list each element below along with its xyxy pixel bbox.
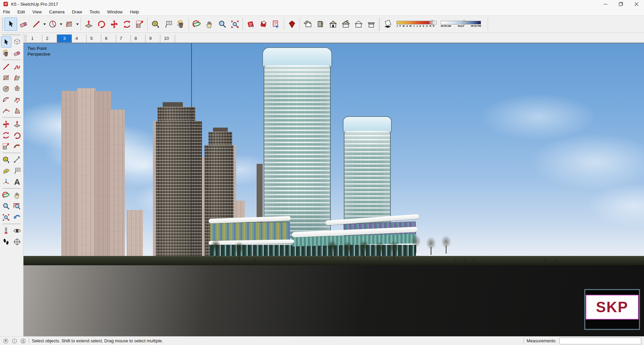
shadow-toggle-button[interactable] [382,17,394,31]
shadow-date-handle[interactable] [431,20,433,25]
share-model-button[interactable] [257,17,270,31]
menu-file[interactable]: File [3,9,10,14]
menu-draw[interactable]: Draw [72,9,82,14]
scene-tab-9[interactable]: 9 [146,34,160,43]
scene-tabs-grip[interactable] [24,34,27,42]
palette-protractor-button[interactable] [1,165,11,176]
palette-rotated-rectangle-button[interactable] [12,72,22,83]
minimize-button[interactable] [598,0,613,8]
menu-camera[interactable]: Camera [49,9,64,14]
palette-zoom-button[interactable] [1,201,11,212]
scene-tab-8[interactable]: 8 [131,34,146,43]
beige-tower-block-1[interactable] [61,91,79,256]
scene-tab-1[interactable]: 1 [28,34,42,43]
arc-tool-button[interactable] [46,17,59,31]
palette-polygon-button[interactable] [12,83,22,94]
person-figure[interactable] [455,259,456,262]
person-figure[interactable] [254,260,255,262]
send-to-layout-button[interactable] [270,17,282,31]
bare-tree[interactable] [441,235,451,254]
right-view-button[interactable] [339,17,352,31]
zoom-extents-tool-button[interactable] [228,17,241,31]
toolbar-grip[interactable] [2,17,4,31]
palette-arc-3pt-button[interactable] [1,105,11,116]
shadow-time-handle[interactable] [463,20,465,25]
palette-dimension-button[interactable] [12,154,22,165]
shadow-time-slider[interactable]: 06:55 AM Noon 05:00 PM [441,21,481,27]
measurements-input[interactable] [559,338,641,344]
select-tool-button[interactable] [4,17,17,31]
street-tree[interactable] [211,239,221,258]
palette-3d-text-button[interactable] [12,176,22,187]
person-figure[interactable] [225,260,226,262]
iso-view-button[interactable] [301,17,314,31]
palette-text-button[interactable]: A1 [12,165,22,176]
scene-tab-3[interactable]: 3 [57,34,72,43]
restore-button[interactable] [613,0,629,8]
credits-icon[interactable] [11,338,17,344]
skp-billboard[interactable]: SKP [584,289,640,330]
glass-tower-2-crown[interactable] [343,116,392,133]
rectangle-tool-button[interactable] [63,17,75,31]
residential-tower-1[interactable] [153,121,202,256]
foreground-road[interactable] [23,265,644,336]
paint-bucket-tool-button[interactable] [174,17,187,31]
scene-tab-2[interactable]: 2 [42,34,57,43]
street-tree[interactable] [359,240,369,258]
scene-tab-4[interactable]: 4 [72,34,87,43]
follow-me-tool-button[interactable] [95,17,108,31]
glass-tower-1-crown[interactable] [262,47,332,68]
signin-icon[interactable] [20,338,26,344]
arc-tool-dropdown[interactable] [59,17,63,31]
close-button[interactable] [629,0,644,8]
person-figure[interactable] [556,260,557,262]
scene-tab-6[interactable]: 6 [101,34,116,43]
move-tool-button[interactable] [108,17,120,31]
shadow-date-slider[interactable]: J F M A M J J A S O N D [396,21,437,27]
left-view-button[interactable] [365,17,378,31]
palette-section-plane-button[interactable] [12,236,22,247]
palette-arc-button[interactable] [12,94,22,105]
residential-tower-2-crown[interactable] [209,132,232,146]
shadow-date-bar[interactable] [396,21,437,24]
palette-rotate-button[interactable] [1,130,11,141]
shadow-toolbar-grip[interactable] [378,17,380,31]
menu-edit[interactable]: Edit [17,9,25,14]
palette-circle-button[interactable] [1,83,11,94]
extension-warehouse-button[interactable] [285,17,298,31]
scale-tool-button[interactable] [133,17,146,31]
palette-line-button[interactable] [1,61,11,72]
orbit-tool-button[interactable] [190,17,203,31]
eraser-tool-button[interactable] [17,17,30,31]
person-figure[interactable] [465,260,466,262]
scene-tab-10[interactable]: 10 [160,34,175,43]
pan-tool-button[interactable] [203,17,216,31]
palette-arc-2pt-button[interactable] [1,94,11,105]
palette-push-pull-button[interactable] [12,119,22,130]
palette-eraser-button[interactable] [12,48,22,59]
scene-tab-5[interactable]: 5 [87,34,101,43]
palette-tape-measure-button[interactable] [1,154,11,165]
menu-window[interactable]: Window [107,9,122,14]
palette-orbit-button[interactable] [1,190,11,201]
text-tool-button[interactable]: A1 [162,17,174,31]
front-view-button[interactable] [327,17,339,31]
geolocation-icon[interactable] [3,338,9,344]
street-tree[interactable] [327,240,337,258]
palette-axes-button[interactable] [1,176,11,187]
palette-freehand-button[interactable] [12,61,22,72]
palette-follow-me-button[interactable] [12,130,22,141]
menu-tools[interactable]: Tools [90,9,100,14]
rectangle-tool-dropdown[interactable] [75,17,79,31]
palette-rectangle-button[interactable] [1,72,11,83]
beige-low-block[interactable] [127,210,143,256]
palette-pie-button[interactable] [12,105,22,116]
residential-tower-1-crown[interactable] [158,107,195,122]
palette-offset-button[interactable] [12,141,22,152]
palette-previous-button[interactable] [12,212,22,223]
menu-view[interactable]: View [32,9,42,14]
model-viewport[interactable]: SKP Two Point Perspective [23,43,644,336]
shadow-time-bar[interactable] [441,21,481,24]
beige-tower-block-3[interactable] [94,91,111,256]
bare-tree[interactable] [426,237,436,255]
